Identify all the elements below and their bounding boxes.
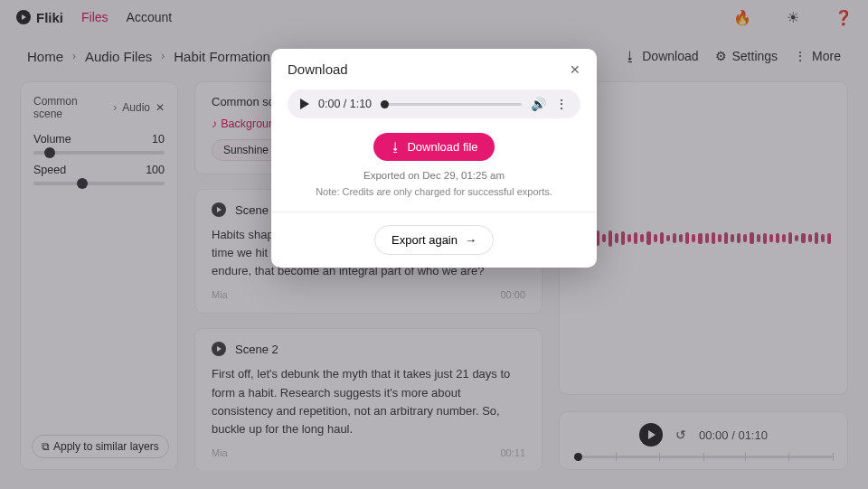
audio-track[interactable] <box>381 103 522 106</box>
close-icon[interactable]: ✕ <box>570 62 580 77</box>
download-modal: Download ✕ 0:00 / 1:10 🔊 ⋮ ⭳Download fil… <box>271 49 597 268</box>
again-label: Export again <box>392 233 458 247</box>
download-file-button[interactable]: ⭳Download file <box>373 133 494 161</box>
volume-icon[interactable]: 🔊 <box>531 97 546 111</box>
arrow-right-icon: → <box>465 233 476 247</box>
exported-text: Exported on Dec 29, 01:25 am <box>288 170 580 181</box>
download-icon: ⭳ <box>390 140 401 154</box>
audio-player: 0:00 / 1:10 🔊 ⋮ <box>288 89 580 118</box>
dl-label: Download file <box>407 140 477 154</box>
play-icon[interactable] <box>300 99 309 109</box>
modal-overlay[interactable]: Download ✕ 0:00 / 1:10 🔊 ⋮ ⭳Download fil… <box>0 0 868 489</box>
kebab-icon[interactable]: ⋮ <box>555 97 568 111</box>
audio-time: 0:00 / 1:10 <box>318 98 372 110</box>
modal-title: Download <box>288 61 348 77</box>
note-text: Note: Credits are only charged for succe… <box>288 186 580 197</box>
export-again-button[interactable]: Export again→ <box>374 225 494 255</box>
